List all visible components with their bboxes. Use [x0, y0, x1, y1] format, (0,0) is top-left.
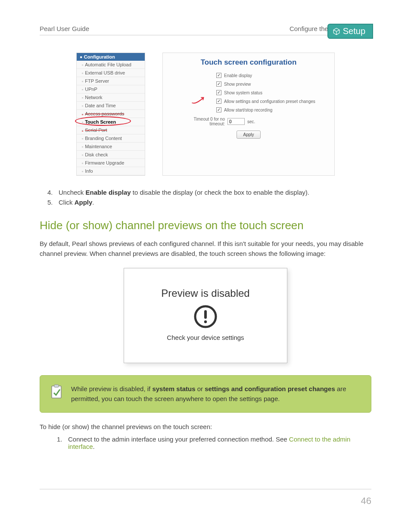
step-item: 5.Click Apply. [47, 199, 371, 206]
clipboard-check-icon [50, 384, 62, 399]
sidebar-item[interactable]: Serial Port [77, 126, 145, 134]
checkbox-row: Show system status [216, 90, 328, 95]
sidebar-item[interactable]: External USB drive [77, 69, 145, 77]
text: . [93, 443, 95, 450]
sidebar-item-label: Disk check [85, 152, 108, 157]
config-screenshot: Configuration Automatic File UploadExter… [40, 53, 371, 176]
highlight-oval [75, 116, 131, 126]
sidebar-item-label: Firmware Upgrade [85, 160, 124, 165]
note-text: While preview is disabled, if system sta… [71, 384, 361, 404]
sidebar-item-label: FTP Server [85, 78, 109, 84]
bold-text: Enable display [86, 189, 131, 196]
svg-rect-3 [52, 386, 61, 398]
checkbox[interactable] [216, 90, 221, 95]
sidebar-item[interactable]: Branding Content [77, 134, 145, 143]
alert-icon [193, 305, 218, 329]
note-bold: system status [152, 385, 195, 392]
sidebar-item[interactable]: Firmware Upgrade [77, 159, 145, 167]
page-number: 46 [40, 495, 371, 507]
text: Uncheck [59, 189, 86, 196]
sidebar-item[interactable]: FTP Server [77, 77, 145, 85]
svg-rect-1 [204, 310, 207, 319]
sidebar-item-label: Date and Time [85, 103, 116, 108]
touch-config-panel: Touch screen configuration Enable displa… [162, 53, 335, 176]
checkbox-label: Allow start/stop recording [224, 108, 272, 112]
preview-disabled-image: Preview is disabled Check your device se… [124, 268, 287, 363]
timeout-unit: sec. [247, 119, 255, 124]
apply-button[interactable]: Apply [237, 131, 260, 139]
sidebar-item-label: Automatic File Upload [85, 62, 131, 67]
setup-badge: Setup [327, 24, 373, 39]
sidebar-item[interactable]: Date and Time [77, 102, 145, 110]
checkbox-label: Show system status [224, 90, 262, 95]
timeout-input[interactable] [227, 118, 245, 125]
text: Click [59, 199, 75, 206]
checkbox[interactable] [216, 99, 221, 104]
step-number: 5. [47, 199, 59, 206]
preview-disabled-title: Preview is disabled [128, 287, 283, 299]
sidebar-header: Configuration [77, 53, 145, 61]
sidebar-item-label: Info [85, 168, 93, 174]
sidebar-item-label: External USB drive [85, 70, 125, 75]
step-number: 1. [57, 436, 68, 450]
config-sidebar: Configuration Automatic File UploadExter… [76, 53, 145, 176]
note-bold: settings and configuration preset change… [205, 385, 335, 392]
panel-title: Touch screen configuration [169, 58, 328, 67]
step-text: Connect to the admin interface using you… [68, 436, 371, 450]
sidebar-item[interactable]: Disk check [77, 151, 145, 159]
sidebar-item[interactable]: Automatic File Upload [77, 61, 145, 69]
text: Connect to the admin interface using you… [68, 436, 289, 443]
sidebar-item[interactable]: UPnP [77, 85, 145, 93]
step-number: 4. [47, 189, 59, 196]
checkbox[interactable] [216, 73, 221, 78]
checkbox-row: Allow start/stop recording [216, 107, 328, 112]
checkbox-row: Show preview [216, 81, 328, 87]
sidebar-item-label: UPnP [85, 87, 97, 92]
section-heading: Hide (or show) channel previews on the t… [40, 219, 371, 232]
doc-title: Pearl User Guide [40, 25, 89, 32]
checkbox-label: Enable display [224, 73, 252, 78]
bold-text: Apply [75, 199, 93, 206]
checkbox[interactable] [216, 107, 221, 112]
sidebar-item-label: Maintenance [85, 144, 112, 149]
step-item: 4.Uncheck Enable display to disable the … [47, 189, 371, 196]
step-text: Click Apply. [59, 199, 94, 206]
note-text-seg: or [195, 385, 205, 392]
sidebar-item[interactable]: Network [77, 93, 145, 102]
step-text: Uncheck Enable display to disable the di… [59, 189, 309, 196]
paragraph: By default, Pearl shows previews of each… [40, 239, 371, 258]
checkbox-label: Show preview [224, 82, 251, 87]
timeout-row: Timeout 0 for no timeout: sec. [186, 117, 328, 126]
checkbox-row: Enable display [216, 73, 328, 78]
checkbox-row: Allow settings and configuration preset … [216, 99, 328, 104]
sidebar-item-label: Access passwords [85, 111, 124, 116]
cube-icon [333, 28, 340, 35]
svg-rect-4 [54, 385, 59, 387]
checkbox[interactable] [216, 81, 221, 87]
note-text-seg: While preview is disabled, if [71, 385, 152, 392]
text: to disable the display (or check the box… [131, 189, 309, 196]
curved-arrow-icon [188, 93, 210, 106]
footer-rule [40, 489, 371, 489]
sidebar-item[interactable]: Touch Screen [77, 118, 145, 126]
preview-disabled-subtitle: Check your device settings [128, 334, 283, 341]
setup-badge-label: Setup [343, 26, 365, 36]
sidebar-item[interactable]: Maintenance [77, 143, 145, 151]
sidebar-item-label: Serial Port [85, 128, 107, 133]
svg-point-2 [204, 320, 207, 323]
sidebar-item-label: Network [85, 95, 102, 100]
text: . [92, 199, 94, 206]
note-callout: While preview is disabled, if system sta… [40, 375, 371, 413]
sidebar-item[interactable]: Info [77, 167, 145, 175]
step-item: 1.Connect to the admin interface using y… [57, 436, 371, 450]
paragraph: To hide (or show) the channel previews o… [40, 422, 371, 432]
checkbox-label: Allow settings and configuration preset … [224, 99, 315, 104]
sidebar-item-label: Branding Content [85, 136, 122, 141]
timeout-label: Timeout 0 for no timeout: [186, 117, 225, 126]
